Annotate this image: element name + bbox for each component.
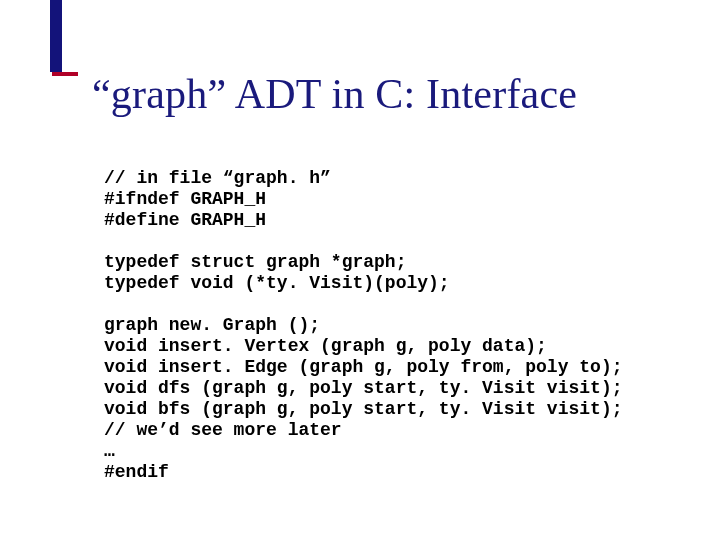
code-line: typedef struct graph *graph; — [104, 252, 406, 272]
code-line: #endif — [104, 462, 169, 482]
code-line: #define GRAPH_H — [104, 210, 266, 230]
code-line: graph new. Graph (); — [104, 315, 320, 335]
code-line: … — [104, 441, 115, 461]
code-line: void bfs (graph g, poly start, ty. Visit… — [104, 399, 622, 419]
code-line: typedef void (*ty. Visit)(poly); — [104, 273, 450, 293]
slide: “graph” ADT in C: Interface // in file “… — [0, 0, 720, 540]
accent-bar — [50, 0, 62, 72]
code-line: // we’d see more later — [104, 420, 342, 440]
code-line: void dfs (graph g, poly start, ty. Visit… — [104, 378, 622, 398]
code-line: void insert. Vertex (graph g, poly data)… — [104, 336, 547, 356]
code-block: // in file “graph. h” #ifndef GRAPH_H #d… — [104, 168, 622, 483]
code-line: // in file “graph. h” — [104, 168, 331, 188]
code-line: void insert. Edge (graph g, poly from, p… — [104, 357, 622, 377]
slide-title: “graph” ADT in C: Interface — [92, 70, 577, 118]
code-line: #ifndef GRAPH_H — [104, 189, 266, 209]
accent-dash — [52, 72, 78, 76]
